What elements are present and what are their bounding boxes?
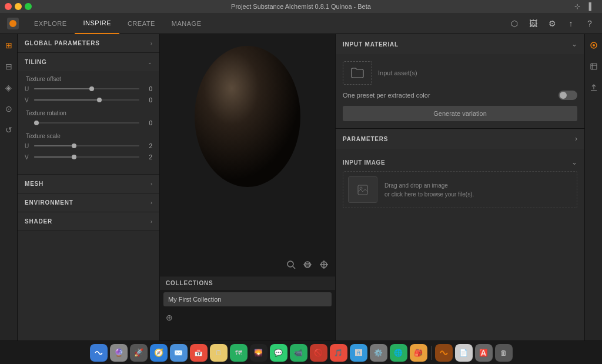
dock-maps[interactable]: 🗺 <box>230 344 248 362</box>
close-button[interactable] <box>5 3 12 10</box>
minimize-button[interactable] <box>15 3 22 10</box>
add-collection-icon[interactable]: ⊕ <box>166 313 173 322</box>
svg-point-0 <box>9 20 16 27</box>
rotation-slider[interactable] <box>34 119 139 127</box>
dock-mail[interactable]: ✉️ <box>170 344 188 362</box>
share-icon[interactable]: ↑ <box>566 18 576 29</box>
dock-messages[interactable]: 💬 <box>270 344 287 362</box>
texture-scale-group: Texture scale U 2 V <box>25 133 152 161</box>
collections-panel: COLLECTIONS My First Collection ⊕ <box>160 276 335 340</box>
sidebar-history-icon[interactable]: ↺ <box>2 123 15 136</box>
dock-stop[interactable]: 🚫 <box>310 344 327 362</box>
mesh-title: MESH <box>25 181 44 187</box>
input-image-chevron[interactable]: ⌄ <box>571 158 577 166</box>
dock-notes[interactable]: 🗒 <box>210 344 228 362</box>
dock-facetime[interactable]: 📹 <box>290 344 307 362</box>
img-drop-text: Drag and drop an image or click here to … <box>384 181 474 199</box>
collection-item[interactable]: My First Collection <box>163 292 332 306</box>
right-bar-icon2[interactable] <box>587 60 600 73</box>
global-params-header[interactable]: GLOBAL PARAMETERS › <box>18 34 159 52</box>
shader-header[interactable]: SHADER › <box>18 212 159 231</box>
offset-u-slider[interactable] <box>34 85 139 93</box>
right-bar-upload-icon[interactable] <box>587 81 600 94</box>
traffic-lights <box>5 3 32 10</box>
tiling-header[interactable]: TILING ⌄ <box>18 53 159 71</box>
environment-header[interactable]: ENVIRONMENT › <box>18 193 159 212</box>
svg-rect-14 <box>591 64 597 69</box>
dock-siri[interactable]: 🔮 <box>110 344 128 362</box>
battery-icon[interactable]: ▐ <box>586 2 591 11</box>
parameters-title: PARAMETERS <box>343 136 388 142</box>
rotation-row: 0 <box>25 119 152 127</box>
dock-launchpad[interactable]: 🚀 <box>130 344 148 362</box>
tiling-chevron: ⌄ <box>148 59 152 65</box>
sidebar-grid-icon[interactable]: ⊟ <box>2 60 15 73</box>
sidebar-adjust-icon[interactable]: ◈ <box>2 81 15 94</box>
im-drop-area[interactable]: Input asset(s) <box>343 61 577 85</box>
dock-photos[interactable]: 🌄 <box>250 344 267 362</box>
wifi-icon[interactable]: ⊹ <box>574 2 580 11</box>
tab-inspire[interactable]: INSPIRE <box>75 13 119 34</box>
dock-finder[interactable] <box>90 344 108 362</box>
global-params-chevron: › <box>150 41 152 46</box>
input-image-title: INPUT IMAGE <box>343 159 385 166</box>
dock-font[interactable]: 🅰️ <box>475 344 493 362</box>
cube-icon[interactable]: ⬡ <box>509 18 520 29</box>
drag-drop-text-line2: or click here to browse your file(s). <box>384 191 474 198</box>
offset-u-axis: U <box>25 86 31 92</box>
texture-rotation-group: Texture rotation 0 <box>25 110 152 127</box>
drag-drop-text-line1: Drag and drop an image <box>384 182 448 189</box>
offset-v-axis: V <box>25 97 31 103</box>
tab-create[interactable]: CREATE <box>119 13 163 34</box>
dock-music[interactable]: 🎵 <box>330 344 347 362</box>
scale-v-slider[interactable] <box>34 153 139 161</box>
input-image-drop-area[interactable]: Drag and drop an image or click here to … <box>343 171 577 208</box>
tab-explore[interactable]: EXPLORE <box>26 13 75 34</box>
mesh-header[interactable]: MESH › <box>18 175 159 193</box>
environment-title: ENVIRONMENT <box>25 199 73 206</box>
toggle-knob <box>560 92 567 99</box>
dock-separator <box>431 346 432 360</box>
dock-doc[interactable]: 📄 <box>455 344 473 362</box>
right-bar-icon1[interactable] <box>587 39 600 52</box>
environment-chevron: › <box>150 200 152 206</box>
dock-maps2[interactable]: 🌐 <box>390 344 407 362</box>
sidebar-layers-icon[interactable]: ⊞ <box>2 39 15 52</box>
im-toggle-row: One preset per extracted color <box>343 91 577 100</box>
generate-variation-button[interactable]: Generate variation <box>343 106 577 121</box>
offset-v-slider[interactable] <box>34 96 139 104</box>
im-drop-label: Input asset(s) <box>378 69 417 76</box>
scale-v-value: 2 <box>143 154 152 161</box>
dock-safari[interactable]: 🧭 <box>150 344 168 362</box>
image-icon[interactable]: 🖼 <box>528 18 539 29</box>
dock-sysprefs[interactable]: ⚙️ <box>370 344 387 362</box>
preview-area[interactable] <box>160 34 335 276</box>
collections-header: COLLECTIONS <box>160 276 335 290</box>
help-icon[interactable]: ? <box>584 18 595 29</box>
title-bar: Project Substance Alchemist 0.8.1 Quinoa… <box>0 0 602 13</box>
tiling-title: TILING <box>25 59 47 65</box>
parameters-chevron[interactable]: › <box>575 135 577 143</box>
settings-icon[interactable]: ⚙ <box>547 18 557 29</box>
tiling-section: TILING ⌄ Texture offset U <box>18 53 159 175</box>
scale-u-value: 2 <box>143 143 152 149</box>
rotate-icon[interactable] <box>301 258 314 271</box>
texture-rotation-label: Texture rotation <box>25 110 152 116</box>
maximize-button[interactable] <box>25 3 32 10</box>
scale-u-slider[interactable] <box>34 142 139 150</box>
dock-trash[interactable]: 🗑 <box>495 344 513 362</box>
dock-substance[interactable] <box>435 344 453 362</box>
preview-controls <box>285 258 330 271</box>
tab-manage[interactable]: MANAGE <box>163 13 210 34</box>
environment-section: ENVIRONMENT › <box>18 193 159 212</box>
pan-icon[interactable] <box>317 258 330 271</box>
rotation-value: 0 <box>143 120 152 126</box>
dock-appstore[interactable]: 🅰 <box>350 344 367 362</box>
input-material-chevron[interactable]: ⌄ <box>571 40 577 48</box>
sidebar-search-icon[interactable]: ⊙ <box>2 102 15 115</box>
one-preset-toggle[interactable] <box>558 91 577 100</box>
zoom-icon[interactable] <box>285 258 297 271</box>
dock-unknown1[interactable]: 🎒 <box>410 344 427 362</box>
main-layout: ⊞ ⊟ ◈ ⊙ ↺ GLOBAL PARAMETERS › TILING ⌄ T… <box>0 34 602 340</box>
dock-calendar[interactable]: 📅 <box>190 344 208 362</box>
